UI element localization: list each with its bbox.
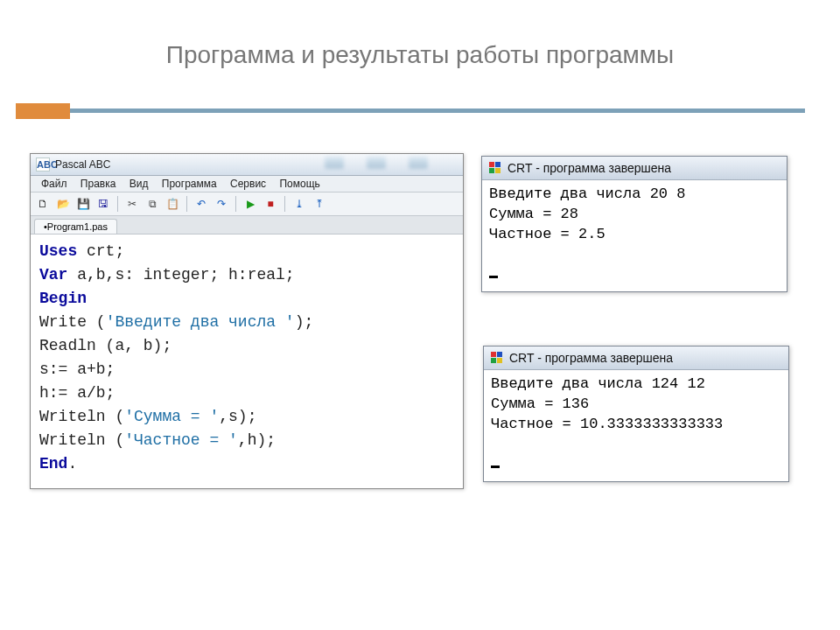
menu-view[interactable]: Вид <box>124 176 154 192</box>
cursor-icon <box>491 466 500 468</box>
ide-window: ABC Pascal ABC Файл Правка Вид Программа… <box>30 153 464 489</box>
step-over-button[interactable]: ⤒ <box>311 195 328 213</box>
toolbar: 🗋 📂 💾 🖫 ✂ ⧉ 📋 ↶ ↷ ▶ ■ ⤓ ⤒ <box>31 192 463 216</box>
stop-button[interactable]: ■ <box>262 195 279 213</box>
ide-window-title: Pascal ABC <box>55 158 110 171</box>
crt-icon <box>490 351 504 365</box>
crt1-title-bar: CRT - программа завершена <box>482 157 787 180</box>
crt-icon <box>488 161 502 175</box>
menu-service[interactable]: Сервис <box>225 176 271 192</box>
menu-program[interactable]: Программа <box>157 176 222 192</box>
accent-bar <box>16 103 70 119</box>
save-button[interactable]: 💾 <box>74 195 92 213</box>
crt2-title: CRT - программа завершена <box>509 351 673 365</box>
new-file-button[interactable]: 🗋 <box>34 195 52 213</box>
toolbar-separator <box>284 196 285 212</box>
copy-button[interactable]: ⧉ <box>144 195 161 213</box>
redo-button[interactable]: ↷ <box>213 195 230 213</box>
menu-help[interactable]: Помощь <box>274 176 325 192</box>
crt1-output: Введите два числа 20 8 Сумма = 28 Частно… <box>482 180 787 291</box>
paste-button[interactable]: 📋 <box>164 195 181 213</box>
toolbar-separator <box>235 196 236 212</box>
toolbar-separator <box>186 196 187 212</box>
step-into-button[interactable]: ⤓ <box>290 195 308 213</box>
editor-tabs: •Program1.pas <box>31 216 463 234</box>
crt2-title-bar: CRT - программа завершена <box>484 346 788 370</box>
open-file-button[interactable]: 📂 <box>54 195 72 213</box>
slide-title: Программа и результаты работы программы <box>0 17 840 81</box>
crt1-title: CRT - программа завершена <box>508 161 671 175</box>
ide-app-icon: ABC <box>36 158 50 172</box>
window-control-icons <box>325 157 456 172</box>
menu-file[interactable]: Файл <box>36 176 73 192</box>
run-button[interactable]: ▶ <box>242 195 259 213</box>
toolbar-separator <box>117 196 118 212</box>
undo-button[interactable]: ↶ <box>192 195 210 213</box>
crt-window-2: CRT - программа завершена Введите два чи… <box>483 346 789 482</box>
tab-program1[interactable]: •Program1.pas <box>34 219 117 234</box>
cursor-icon <box>489 276 498 278</box>
cut-button[interactable]: ✂ <box>123 195 141 213</box>
crt2-output: Введите два числа 124 12 Сумма = 136 Час… <box>484 370 788 481</box>
divider-line <box>70 108 805 113</box>
save-all-button[interactable]: 🖫 <box>94 195 112 213</box>
menu-edit[interactable]: Правка <box>75 176 122 192</box>
menu-bar[interactable]: Файл Правка Вид Программа Сервис Помощь <box>31 176 463 192</box>
code-editor[interactable]: Uses crt; Var a,b,s: integer; h:real; Be… <box>31 234 463 488</box>
ide-title-bar: ABC Pascal ABC <box>31 154 463 176</box>
crt-window-1: CRT - программа завершена Введите два чи… <box>481 156 788 292</box>
